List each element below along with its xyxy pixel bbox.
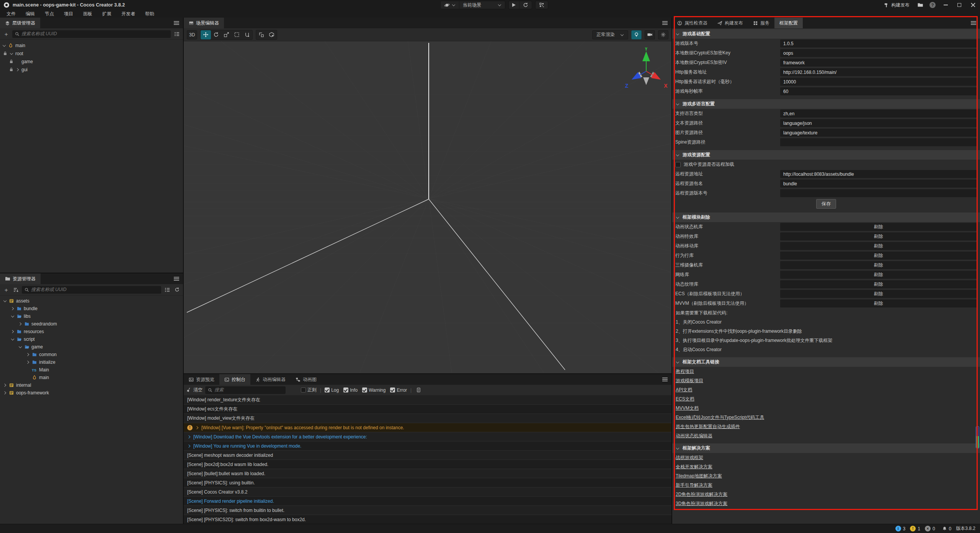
tree-node-script[interactable]: script <box>0 335 183 343</box>
link-动画状态机编辑器[interactable]: 动画状态机编辑器 <box>676 433 712 439</box>
hierarchy-menu-button[interactable] <box>174 18 183 28</box>
tree-node-gui[interactable]: gui <box>0 65 183 74</box>
tree-node-internal[interactable]: internal <box>0 381 183 389</box>
tab-动画图[interactable]: 动画图 <box>291 374 322 385</box>
filter-error-checkbox[interactable]: Error <box>390 387 407 393</box>
tab-框架配置[interactable]: 框架配置 <box>774 18 803 28</box>
filter-info-checkbox[interactable]: Info <box>343 387 358 393</box>
log-row[interactable]: [Window] You are running Vue in developm… <box>184 441 671 451</box>
section-header-框架解决方案[interactable]: 框架解决方案 <box>672 443 980 453</box>
menu-6[interactable]: 开发者 <box>116 11 140 17</box>
section-header-游戏多语言配置[interactable]: 游戏多语言配置 <box>672 99 980 109</box>
close-button[interactable] <box>966 0 980 10</box>
remove-button[interactable]: 剔除 <box>780 299 977 307</box>
tree-node-main[interactable]: main <box>0 374 183 381</box>
tab-服务[interactable]: 服务 <box>748 18 774 28</box>
link-全栈开发解决方案[interactable]: 全栈开发解决方案 <box>676 464 712 470</box>
tab-hierarchy[interactable]: 层级管理器 <box>0 18 40 28</box>
open-project-folder-button[interactable] <box>914 0 926 10</box>
menu-0[interactable]: 文件 <box>2 11 21 17</box>
log-row[interactable]: ![Window] [Vue warn]: Property "onInput"… <box>184 423 671 432</box>
expand-chevron-down-icon[interactable] <box>3 299 7 303</box>
field-input[interactable]: oops <box>780 49 977 57</box>
field-input[interactable] <box>780 138 977 146</box>
expand-chevron-down-icon[interactable] <box>11 337 15 341</box>
expand-chevron-right-icon[interactable] <box>195 426 199 429</box>
filter-warning-checkbox[interactable]: Warning <box>362 387 385 393</box>
remove-button[interactable]: 剔除 <box>780 252 977 260</box>
play-button[interactable] <box>509 1 519 9</box>
link-2D角色扮演游戏解决方案[interactable]: 2D角色扮演游戏解决方案 <box>676 491 727 498</box>
help-button[interactable]: ? <box>926 0 939 10</box>
status-info-count[interactable]: i 3 <box>895 526 906 531</box>
tree-node-common[interactable]: common <box>0 351 183 358</box>
regex-checkbox[interactable]: 正则 <box>301 387 317 393</box>
field-input[interactable]: language/json <box>780 119 977 127</box>
field-input[interactable]: bundle <box>780 180 977 188</box>
field-input[interactable]: 10000 <box>780 78 977 86</box>
preview-qr-button[interactable] <box>536 1 548 9</box>
field-input[interactable]: http://localhost:8083/assets/bundle <box>780 170 977 178</box>
remove-button[interactable]: 剔除 <box>780 280 977 288</box>
expand-chevron-right-icon[interactable] <box>16 68 20 72</box>
expand-chevron-right-icon[interactable] <box>187 444 191 448</box>
scene-select-dropdown[interactable]: 当前场景 <box>459 1 505 9</box>
checkbox-row[interactable]: 游戏中资源是否远程加载 <box>672 160 980 169</box>
menu-5[interactable]: 扩展 <box>97 11 116 17</box>
link-Excel格式转Json文件与TypeScript代码工具[interactable]: Excel格式转Json文件与TypeScript代码工具 <box>676 414 764 421</box>
expand-chevron-right-icon[interactable] <box>26 353 30 356</box>
lighting-toggle-button[interactable] <box>631 30 642 39</box>
menu-2[interactable]: 节点 <box>40 11 59 17</box>
pivot-button[interactable] <box>256 30 266 39</box>
scene-gear-button[interactable] <box>658 30 668 39</box>
tree-node-seedrandom[interactable]: seedrandom <box>0 320 183 328</box>
camera-settings-button[interactable] <box>645 30 655 39</box>
link-API文档[interactable]: API文档 <box>676 387 692 393</box>
tree-node-resources[interactable]: resources <box>0 328 183 335</box>
menu-3[interactable]: 项目 <box>59 11 78 17</box>
restart-button[interactable] <box>519 1 532 9</box>
section-header-游戏资源配置[interactable]: 游戏资源配置 <box>672 150 980 160</box>
add-node-button[interactable]: ＋ <box>3 31 10 37</box>
menu-4[interactable]: 面板 <box>78 11 97 17</box>
expand-chevron-right-icon[interactable] <box>11 307 15 311</box>
render-mode-dropdown[interactable]: 正常渲染 <box>592 30 628 39</box>
console-clear-button[interactable]: 清空 <box>186 387 203 393</box>
platform-select-button[interactable] <box>441 1 459 9</box>
minimize-button[interactable] <box>939 0 952 10</box>
assets-filter-button[interactable] <box>164 288 171 292</box>
tree-node-initialize[interactable]: initialize <box>0 358 183 366</box>
build-publish-button[interactable]: 构建发布 <box>879 2 914 8</box>
hierarchy-search-input[interactable]: 搜索名称或 UUID <box>12 30 171 38</box>
section-header-框架模块剔除[interactable]: 框架模块剔除 <box>672 213 980 222</box>
link-原生包热更新配置自动生成插件[interactable]: 原生包热更新配置自动生成插件 <box>676 423 740 430</box>
section-header-游戏基础配置[interactable]: 游戏基础配置 <box>672 29 980 39</box>
expand-chevron-right-icon[interactable] <box>3 391 7 395</box>
expand-chevron-right-icon[interactable] <box>3 383 7 387</box>
maximize-button[interactable] <box>952 0 966 10</box>
expand-chevron-right-icon[interactable] <box>18 322 22 326</box>
link-战棋游戏框架[interactable]: 战棋游戏框架 <box>676 455 703 461</box>
assets-search-input[interactable]: 搜索名称或 UUID <box>22 286 161 294</box>
field-input[interactable]: 1.0.5 <box>780 39 977 47</box>
inspector-menu-button[interactable] <box>971 18 980 28</box>
inspector-scrollbar-thumb[interactable] <box>976 426 979 448</box>
expand-chevron-down-icon[interactable] <box>11 314 15 318</box>
coordinate-button[interactable] <box>266 30 277 39</box>
expand-chevron-right-icon[interactable] <box>11 330 15 334</box>
tab-scene-editor[interactable]: 场景编辑器 <box>184 18 224 28</box>
expand-chevron-right-icon[interactable] <box>187 435 191 438</box>
console-search-input[interactable]: 搜索 <box>205 386 286 394</box>
status-notifications[interactable]: 0 <box>942 526 952 531</box>
link-游戏模板项目[interactable]: 游戏模板项目 <box>676 378 703 384</box>
expand-chevron-down-icon[interactable] <box>18 345 22 349</box>
tab-动画编辑器[interactable]: 动画编辑器 <box>250 374 291 385</box>
tree-node-root[interactable]: root <box>0 49 183 57</box>
expand-chevron-down-icon[interactable] <box>10 52 13 56</box>
log-row[interactable]: [Window] Download the Vue Devtools exten… <box>184 432 671 441</box>
remove-button[interactable]: 剔除 <box>780 261 977 269</box>
link-3D角色扮演游戏解决方案[interactable]: 3D角色扮演游戏解决方案 <box>676 500 727 507</box>
remove-button[interactable]: 剔除 <box>780 242 977 250</box>
add-asset-button[interactable]: ＋ <box>3 287 10 293</box>
console-log-detail-button[interactable] <box>415 387 422 392</box>
